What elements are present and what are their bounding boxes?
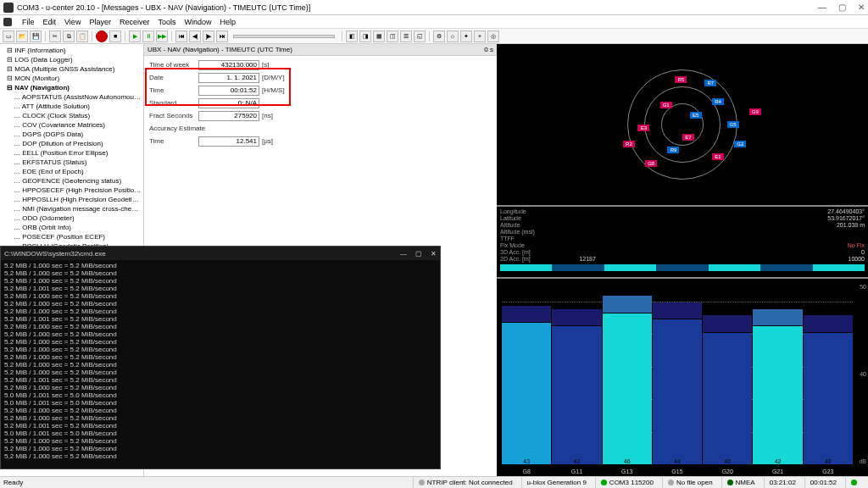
tb-copy-icon[interactable]: ⧉ [63, 30, 75, 42]
tree-item[interactable]: ⊟ NAV (Navigation) [2, 83, 142, 92]
tb-view1-icon[interactable]: ◧ [346, 30, 358, 42]
tb-view6-icon[interactable]: ◱ [414, 30, 426, 42]
tb-fwd-icon[interactable]: ▶▶ [156, 30, 168, 42]
tree-item[interactable]: … DOP (Dilution of Precision) [2, 139, 142, 148]
date-unit: [D/M/Y] [259, 74, 285, 81]
tb-cfg2-icon[interactable]: ☼ [447, 30, 459, 42]
tb-open-icon[interactable]: 📂 [16, 30, 28, 42]
minimize-button[interactable]: — [818, 3, 826, 12]
tree-item[interactable]: … AOPSTATUS (AssistNow Autonomous Status… [2, 92, 142, 102]
tb-skip-back-icon[interactable]: ⏮ [175, 30, 187, 42]
lat-v: 53.91672017° [827, 215, 865, 222]
menu-view[interactable]: View [64, 18, 81, 26]
tb-cfg5-icon[interactable]: ◎ [487, 30, 499, 42]
tree-item[interactable]: … EKFSTATUS (Status) [2, 158, 142, 167]
toolbar: ▭ 📂 💾 ✂ ⧉ 📋 ■ ▶ ⏸ ▶▶ ⏮ ◀| |▶ ⏭ ◧ ◨ ▦ ◫ ☰… [0, 29, 868, 44]
alt-v: 201.038 m [837, 222, 865, 229]
satellite-marker: G5 [727, 121, 739, 128]
tb-cut-icon[interactable]: ✂ [49, 30, 61, 42]
tree-item[interactable]: … GEOFENCE (Geofencing status) [2, 176, 142, 186]
fsec-input[interactable] [198, 111, 259, 121]
tb-skip-fwd-icon[interactable]: ⏭ [216, 30, 228, 42]
ntrip-led-icon [419, 480, 425, 485]
tree-item[interactable]: … HPPOSLLH (High Precision Geodetic Posi… [2, 195, 142, 204]
cmd-min-icon[interactable]: — [400, 250, 407, 258]
tb-new-icon[interactable]: ▭ [3, 30, 14, 42]
tb-cfg1-icon[interactable]: ⚙ [433, 30, 445, 42]
tb-pause-icon[interactable]: ⏸ [142, 30, 154, 42]
signal-y-axis: 5040dB [854, 284, 866, 464]
tb-play-icon[interactable]: ▶ [129, 30, 141, 42]
menu-file[interactable]: File [22, 18, 35, 26]
std-input[interactable] [198, 98, 259, 108]
tb-cfg3-icon[interactable]: ✦ [460, 30, 472, 42]
tb-save-icon[interactable]: 💾 [30, 30, 42, 42]
tb-view4-icon[interactable]: ◫ [387, 30, 398, 42]
lon-l: Longitude [500, 208, 526, 215]
tb-view2-icon[interactable]: ◨ [359, 30, 371, 42]
maximize-button[interactable]: ▢ [838, 3, 846, 12]
msg-header-age: 0 s [484, 46, 493, 53]
tree-item[interactable]: … ORB (Orbit Info) [2, 223, 142, 232]
cmd-window[interactable]: C:\WINDOWS\system32\cmd.exe — ▢ ✕ 5.2 Mi… [0, 246, 441, 469]
window-title: COM3 - u-center 20.10 - [Messages - UBX … [17, 3, 818, 12]
menu-window[interactable]: Window [184, 18, 211, 26]
status-bar: Ready NTRIP client: Not connected u-blox… [0, 476, 868, 488]
tree-item[interactable]: … HPPOSECEF (High Precision Position ECE… [2, 186, 142, 195]
tree-item[interactable]: ⊟ INF (Information) [2, 46, 142, 55]
signal-bar: 40G23 [804, 284, 853, 464]
close-button[interactable]: ✕ [858, 3, 865, 12]
tb-stop-icon[interactable]: ■ [109, 30, 121, 42]
date-input[interactable] [198, 73, 259, 83]
acc3d-l: 3D Acc. [m] [500, 249, 531, 256]
tb-paste-icon[interactable]: 📋 [76, 30, 88, 42]
tb-view3-icon[interactable]: ▦ [373, 30, 385, 42]
signal-strength-chart: 5040dB 43G842G1146G1344G1540G2042G2140G2… [497, 279, 868, 476]
tree-item[interactable]: … NMI (Navigation message cross-check in… [2, 204, 142, 214]
signal-bar: 44G15 [653, 284, 702, 464]
satellite-marker: E1 [712, 153, 724, 160]
tow-label: Time of week [149, 61, 198, 69]
cmd-close-icon[interactable]: ✕ [431, 250, 437, 258]
tree-item[interactable]: … COV (Covariance Matrices) [2, 120, 142, 130]
menu-edit[interactable]: Edit [43, 18, 57, 26]
tree-item[interactable]: … ATT (Attitude Solution) [2, 102, 142, 111]
nmea-led-icon [727, 480, 733, 485]
tree-item[interactable]: ⊟ MGA (Multiple GNSS Assistance) [2, 64, 142, 74]
tree-item[interactable]: … DGPS (DGPS Data) [2, 130, 142, 139]
tb-view5-icon[interactable]: ☰ [400, 30, 412, 42]
satellite-marker: G9 [749, 108, 761, 115]
nav-info-panel: Longitude27.46490403° Latitude53.9167201… [497, 207, 868, 279]
cmd-title: C:\WINDOWS\system32\cmd.exe [4, 250, 106, 258]
menu-receiver[interactable]: Receiver [120, 18, 150, 26]
file-led-icon [668, 480, 674, 485]
fix-v: No Fix [848, 242, 865, 249]
tb-record-icon[interactable] [96, 30, 108, 42]
tb-step-back-icon[interactable]: ◀| [189, 30, 201, 42]
tree-item[interactable]: … CLOCK (Clock Status) [2, 111, 142, 120]
tree-item[interactable]: … POSECEF (Position ECEF) [2, 232, 142, 241]
tb-slider[interactable] [233, 35, 335, 38]
status-utc2: 00:01:52 [804, 477, 842, 488]
menu-tools[interactable]: Tools [158, 18, 175, 26]
menu-help[interactable]: Help [220, 18, 236, 26]
tb-cfg4-icon[interactable]: ⌖ [474, 30, 486, 42]
time-unit: [H/M/S] [259, 86, 285, 94]
signal-bar: 46G13 [603, 284, 652, 464]
tree-item[interactable]: ⊟ LOG (Data Logger) [2, 55, 142, 64]
menu-player[interactable]: Player [89, 18, 111, 26]
time-input[interactable] [198, 86, 259, 96]
tree-item[interactable]: ⊟ MON (Monitor) [2, 74, 142, 83]
signal-bar: 40G20 [703, 284, 752, 464]
satellite-marker: G2 [734, 141, 746, 147]
satellite-marker: E5 [690, 112, 702, 119]
acct-input[interactable] [198, 136, 259, 147]
message-tree[interactable]: ⊟ INF (Information)⊟ LOG (Data Logger)⊟ … [0, 44, 143, 271]
tow-input[interactable] [198, 60, 259, 70]
tb-step-fwd-icon[interactable]: |▶ [203, 30, 214, 42]
tree-item[interactable]: … ODO (Odometer) [2, 214, 142, 223]
tree-item[interactable]: … EELL (Position Error Ellipse) [2, 148, 142, 158]
cmd-max-icon[interactable]: ▢ [415, 250, 422, 258]
satellite-sky-view: R5R7G1R4E3G5E7R9G8E1G2R2E5G9 [497, 44, 868, 207]
tree-item[interactable]: … EOE (End of Epoch) [2, 167, 142, 176]
